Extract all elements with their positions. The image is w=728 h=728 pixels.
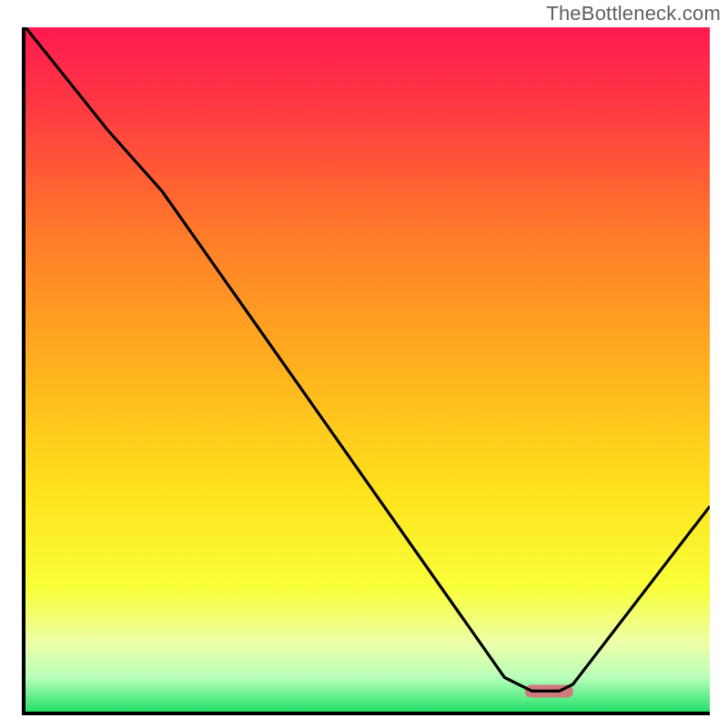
plot-area — [22, 27, 710, 715]
chart-container: TheBottleneck.com — [0, 0, 728, 728]
watermark-text: TheBottleneck.com — [546, 2, 721, 25]
gradient-background — [25, 27, 710, 712]
chart-svg — [25, 27, 710, 712]
